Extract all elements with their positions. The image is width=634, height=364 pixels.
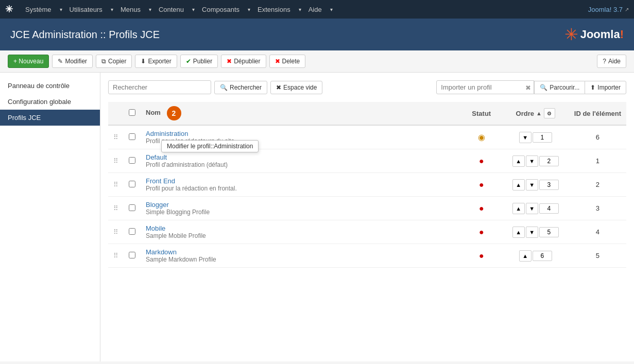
nav-aide[interactable]: Aide [303, 3, 327, 16]
order-down-button[interactable]: ▼ [526, 203, 538, 214]
status-cell[interactable]: ● [461, 197, 502, 220]
status-cell[interactable]: ◉ [461, 125, 502, 149]
row-checkbox[interactable] [129, 133, 135, 140]
row-checkbox[interactable] [129, 204, 135, 211]
row-checkbox[interactable] [129, 181, 135, 187]
order-input[interactable] [539, 180, 559, 190]
order-down-button[interactable]: ▼ [526, 155, 538, 167]
id-cell: 6 [569, 125, 626, 149]
checkbox-cell[interactable] [124, 149, 141, 173]
exporter-button[interactable]: ⬇ Exporter [135, 55, 177, 68]
order-cell: ▲ ▼ [502, 197, 569, 220]
checkbox-cell[interactable] [124, 220, 141, 244]
importer-button[interactable]: ⬆ Importer [585, 81, 626, 94]
profile-description: Simple Blogging Profile [146, 209, 456, 216]
nav-composants[interactable]: Composants [197, 3, 245, 16]
modifier-button[interactable]: ✎ Modifier [52, 55, 93, 68]
checkbox-cell[interactable] [124, 173, 141, 197]
order-up-button[interactable]: ▲ [512, 179, 525, 190]
row-checkbox[interactable] [129, 228, 135, 235]
count-badge: 2 [167, 106, 181, 120]
order-input[interactable] [539, 156, 559, 166]
order-input[interactable] [539, 203, 559, 214]
check-icon: ✔ [186, 58, 191, 65]
profile-name-link[interactable]: Default [146, 153, 167, 161]
checkbox-cell[interactable] [124, 125, 141, 149]
order-down-button[interactable]: ▼ [526, 179, 538, 190]
profile-name-link[interactable]: Administration [146, 130, 188, 137]
clear-search-button[interactable]: ✖ Espace vide [270, 81, 322, 94]
sidebar-item-profils[interactable]: Profils JCE [0, 110, 100, 126]
status-icon[interactable]: ● [479, 251, 484, 260]
status-icon[interactable]: ● [479, 228, 484, 236]
row-checkbox[interactable] [129, 157, 135, 164]
delete-button[interactable]: ✖ Delete [269, 55, 306, 68]
order-down-button[interactable]: ▼ [526, 227, 538, 238]
drag-handle-icon[interactable]: ⠿ [113, 133, 118, 141]
profile-name-link[interactable]: Blogger [146, 201, 169, 209]
drag-handle-icon[interactable]: ⠿ [113, 181, 118, 188]
order-up-button[interactable]: ▲ [512, 155, 525, 167]
checkbox-cell[interactable] [124, 244, 141, 268]
status-cell[interactable]: ● [461, 244, 502, 268]
status-cell[interactable]: ● [461, 149, 502, 173]
status-icon[interactable]: ● [479, 204, 484, 213]
tooltip-container: Mobile [146, 224, 165, 232]
drag-handle-icon[interactable]: ⠿ [113, 252, 118, 259]
select-all-checkbox[interactable] [129, 109, 135, 116]
parcourir-button[interactable]: 🔍 Parcourir... [534, 81, 585, 94]
status-icon[interactable]: ● [479, 157, 484, 165]
nouveau-button[interactable]: + Nouveau [8, 55, 49, 68]
drag-handle-icon[interactable]: ⠿ [113, 157, 118, 165]
order-settings-button[interactable]: ⚙ [544, 108, 555, 118]
profile-name-link[interactable]: Mobile [146, 224, 165, 232]
profile-name-link[interactable]: Front End [146, 177, 175, 185]
search-button[interactable]: 🔍 Rechercher [214, 81, 267, 94]
sidebar-item-config[interactable]: Configuration globale [0, 94, 100, 110]
import-input[interactable] [436, 80, 534, 94]
import-clear-button[interactable]: ✖ [524, 83, 532, 91]
order-input[interactable] [533, 132, 552, 143]
checkbox-cell[interactable] [124, 197, 141, 220]
row-checkbox[interactable] [129, 252, 135, 258]
status-cell[interactable]: ● [461, 220, 502, 244]
depublier-button[interactable]: ✖ Dépublier [221, 55, 266, 68]
col-check-header[interactable] [124, 102, 141, 125]
order-controls: ▲ ▼ [507, 227, 564, 238]
status-cell[interactable]: ● [461, 173, 502, 197]
joomla-version[interactable]: Joomla! 3.7 [588, 6, 623, 13]
drag-handle-icon[interactable]: ⠿ [113, 204, 118, 212]
nav-extensions[interactable]: Extensions [252, 3, 296, 16]
tooltip-container: Default [146, 153, 167, 161]
nav-systeme[interactable]: Système [20, 3, 57, 16]
status-icon[interactable]: ● [479, 180, 484, 189]
drag-cell: ⠿ [108, 173, 124, 197]
nav-contenu[interactable]: Contenu [153, 3, 189, 16]
joomla-exclaim: ! [620, 28, 624, 41]
order-down-button[interactable]: ▼ [519, 132, 532, 143]
name-cell: Front End Profil pour la rédaction en fr… [141, 173, 461, 197]
order-input[interactable] [533, 251, 552, 261]
drag-handle-icon[interactable]: ⠿ [113, 228, 118, 236]
col-ordre-header[interactable]: Ordre ▲ ⚙ [502, 102, 569, 125]
order-controls: ▲ [507, 250, 564, 262]
publier-button[interactable]: ✔ Publier [180, 55, 218, 68]
order-up-button[interactable]: ▲ [519, 250, 532, 262]
col-statut-header: Statut [461, 102, 502, 125]
export-icon: ⬇ [141, 58, 146, 65]
search-input[interactable] [108, 80, 211, 94]
sidebar-item-panneau[interactable]: Panneau de contrôle [0, 78, 100, 94]
order-input[interactable] [539, 227, 559, 237]
joomla-brand: ✳ Joomla! [564, 25, 624, 44]
status-icon[interactable]: ◉ [478, 133, 485, 142]
profile-name-link[interactable]: Markdown [146, 248, 177, 256]
tooltip-container: Front End [146, 177, 175, 185]
order-up-button[interactable]: ▲ [512, 203, 525, 214]
copier-button[interactable]: ⧉ Copier [96, 55, 132, 68]
profile-description: Profil d'administration (défaut) [146, 161, 456, 168]
nav-menus[interactable]: Menus [115, 3, 146, 16]
order-up-button[interactable]: ▲ [512, 227, 525, 238]
edit-icon: ✎ [58, 58, 63, 65]
nav-utilisateurs[interactable]: Utilisateurs [64, 3, 108, 16]
aide-button[interactable]: ? Aide [597, 55, 626, 68]
